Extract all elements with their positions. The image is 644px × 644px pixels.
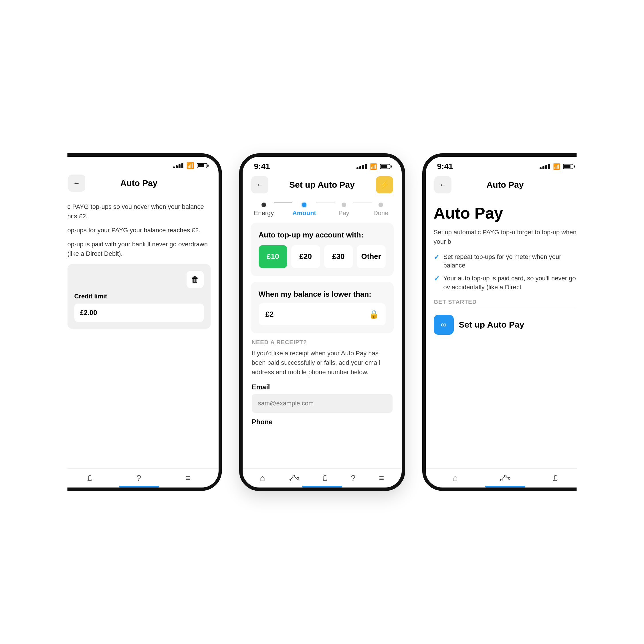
center-bottom-nav: ⌂ £ ? ≡ xyxy=(243,468,402,488)
auto-pay-heading: Auto Pay xyxy=(434,204,577,222)
left-nav-title: Auto Pay xyxy=(85,178,193,188)
wifi-icon-left: 📶 xyxy=(186,162,194,169)
center-nav-pound[interactable]: £ xyxy=(322,473,327,483)
amount-10-button[interactable]: £10 xyxy=(259,245,288,268)
left-status-bar: 📶 xyxy=(60,157,219,172)
signal-bars-left xyxy=(173,163,183,168)
balance-card-title: When my balance is lower than: xyxy=(259,290,386,299)
right-bottom-nav: ⌂ £ xyxy=(426,468,585,488)
right-nav-pound[interactable]: £ xyxy=(553,473,558,483)
right-content: Auto Pay Set up automatic PAYG top-u for… xyxy=(426,198,585,468)
email-label: Email xyxy=(252,383,393,391)
bottom-bar-center xyxy=(302,486,342,488)
step-dot-amount xyxy=(302,203,306,207)
right-status-icons: 📶 xyxy=(540,163,573,170)
check-item-1: ✓ Set repeat top-ups for yo meter when y… xyxy=(434,253,577,270)
battery-icon-left xyxy=(197,163,207,168)
topup-card-title: Auto top-up my account with: xyxy=(259,231,386,239)
setup-btn-icon: ∞ xyxy=(434,315,454,335)
step-pay: Pay xyxy=(335,203,353,217)
step-dot-pay xyxy=(342,203,346,207)
phone-label: Phone xyxy=(252,418,393,426)
center-content: Auto top-up my account with: £10 £20 £30… xyxy=(243,217,402,468)
right-phone: 9:41 📶 ← Auto Pay xyxy=(422,153,588,491)
check-icon-2: ✓ xyxy=(434,275,439,283)
center-nav-title: Set up Auto Pay xyxy=(268,180,376,190)
battery-icon-right xyxy=(563,164,573,169)
credit-limit-label: Credit limit xyxy=(74,293,204,300)
svg-point-7 xyxy=(508,477,510,479)
left-nav-menu[interactable]: ≡ xyxy=(185,473,191,483)
left-text-2: op-ups for your PAYG your balance reache… xyxy=(68,225,211,235)
check-text-1: Set repeat top-ups for yo meter when you… xyxy=(443,253,577,270)
svg-line-8 xyxy=(502,477,504,479)
receipt-label: NEED A RECEIPT? xyxy=(252,339,393,346)
svg-line-4 xyxy=(295,477,297,479)
right-nav-graph[interactable] xyxy=(500,475,510,481)
wifi-icon-center: 📶 xyxy=(370,163,377,170)
left-text-3: op-up is paid with your bank ll never go… xyxy=(68,239,211,258)
left-nav-help[interactable]: ? xyxy=(136,473,141,483)
left-back-button[interactable]: ← xyxy=(68,175,85,192)
step-line-1 xyxy=(274,203,292,203)
topup-card: Auto top-up my account with: £10 £20 £30… xyxy=(251,223,394,276)
progress-steps: Energy Amount Pay Done xyxy=(243,198,402,217)
setup-autopay-button[interactable]: ∞ Set up Auto Pay xyxy=(434,315,524,335)
lightning-button[interactable]: ⚡ xyxy=(376,176,393,193)
check-item-2: ✓ Your auto top-up is paid card, so you'… xyxy=(434,274,577,292)
wifi-icon-right: 📶 xyxy=(553,163,560,170)
center-nav-help[interactable]: ? xyxy=(351,473,356,483)
amount-30-button[interactable]: £30 xyxy=(324,245,353,268)
center-status-icons: 📶 xyxy=(356,163,390,170)
center-phone: 9:41 📶 ← Set up Auto Pay ⚡ xyxy=(239,153,405,491)
right-nav-home[interactable]: ⌂ xyxy=(453,473,458,483)
lock-icon: 🔒 xyxy=(369,310,379,319)
check-text-2: Your auto top-up is paid card, so you'll… xyxy=(443,274,577,292)
bottom-bar-right xyxy=(485,486,525,488)
trash-icon: 🗑 xyxy=(191,275,199,284)
get-started-divider xyxy=(434,309,577,309)
setup-btn-text: Set up Auto Pay xyxy=(459,320,524,330)
center-nav-graph[interactable] xyxy=(289,475,299,481)
left-nav-pound[interactable]: £ xyxy=(87,473,92,483)
step-label-done: Done xyxy=(373,209,389,217)
left-bottom-nav: £ ? ≡ xyxy=(60,468,219,488)
amount-options: £10 £20 £30 Other xyxy=(259,245,386,268)
balance-value: £2 xyxy=(265,310,274,319)
balance-card: When my balance is lower than: £2 🔒 xyxy=(251,282,394,333)
step-energy: Energy xyxy=(254,203,274,217)
email-input[interactable] xyxy=(252,394,393,413)
step-line-3 xyxy=(353,203,372,203)
svg-line-9 xyxy=(506,477,508,479)
svg-point-2 xyxy=(297,477,299,479)
email-group: Email xyxy=(252,383,393,413)
center-nav: ← Set up Auto Pay ⚡ xyxy=(243,173,402,198)
step-label-amount: Amount xyxy=(292,209,316,217)
right-back-button[interactable]: ← xyxy=(434,176,451,193)
phones-container: 📶 ← Auto Pay c PAYG top-ups so you never… xyxy=(56,130,588,514)
signal-bars-right xyxy=(540,164,550,169)
right-time: 9:41 xyxy=(437,162,453,171)
center-back-button[interactable]: ← xyxy=(251,176,268,193)
credit-card: 🗑 Credit limit £2.00 xyxy=(68,264,211,329)
bottom-bar-left xyxy=(119,486,159,488)
battery-icon-center xyxy=(380,164,390,169)
center-nav-home[interactable]: ⌂ xyxy=(260,473,265,483)
amount-other-button[interactable]: Other xyxy=(357,245,386,268)
step-label-energy: Energy xyxy=(254,209,274,217)
center-time: 9:41 xyxy=(254,162,270,171)
lightning-icon: ⚡ xyxy=(379,180,389,189)
right-nav-title: Auto Pay xyxy=(451,180,559,190)
balance-input-row: £2 🔒 xyxy=(259,303,386,325)
amount-20-button[interactable]: £20 xyxy=(291,245,320,268)
phone-group: Phone xyxy=(252,418,393,426)
right-nav: ← Auto Pay xyxy=(426,173,585,198)
credit-limit-value: £2.00 xyxy=(74,304,204,322)
trash-button[interactable]: 🗑 xyxy=(187,271,204,288)
step-dot-energy xyxy=(261,203,266,207)
center-nav-menu[interactable]: ≡ xyxy=(379,473,384,483)
auto-pay-desc: Set up automatic PAYG top-u forget to to… xyxy=(434,227,577,246)
left-content: c PAYG top-ups so you never when your ba… xyxy=(60,196,219,468)
left-phone: 📶 ← Auto Pay c PAYG top-ups so you never… xyxy=(56,153,222,491)
right-status-bar: 9:41 📶 xyxy=(426,157,585,173)
